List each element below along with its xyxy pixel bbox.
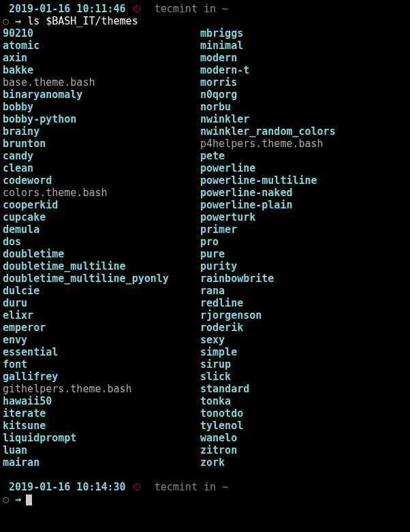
ls-entry: iterate — [3, 407, 200, 420]
ls-entry: morris — [200, 76, 336, 89]
ls-entry: p4helpers.theme.bash — [200, 138, 336, 150]
ls-entry: base.theme.bash — [3, 76, 200, 89]
prompt-line-2: 2019-01-16 10:14:30 ⏲ tecmint in ~ — [3, 481, 407, 493]
ls-entry: standard — [200, 383, 336, 395]
command-text: ls $BASH_IT/themes — [27, 15, 138, 27]
ls-entry: rana — [200, 285, 336, 297]
ls-entry: bobby-python — [3, 113, 200, 125]
ls-entry: tylenol — [200, 420, 336, 432]
ls-entry: wanelo — [200, 432, 336, 444]
ls-entry: powerline-multiline — [200, 174, 336, 187]
ls-entry: mairan — [3, 456, 200, 469]
ls-entry: primer — [200, 223, 336, 236]
ls-entry: zitron — [200, 444, 336, 456]
username: tecmint — [155, 3, 198, 15]
timestamp: 2019-01-16 10:14:30 — [9, 481, 126, 493]
ls-entry: redline — [200, 297, 336, 309]
ls-entry: kitsune — [3, 420, 200, 432]
prompt-arrow: → — [15, 15, 21, 27]
ls-entry: simple — [200, 346, 336, 358]
ls-entry: minimal — [200, 40, 336, 52]
ls-entry: powerturk — [200, 211, 336, 223]
ls-entry: elixr — [3, 309, 200, 322]
ls-entry: doubletime_multiline_pyonly — [3, 272, 200, 285]
ls-entry: 90210 — [3, 27, 200, 40]
ls-entry: tonotdo — [200, 407, 336, 420]
ls-entry: modern-t — [200, 64, 336, 76]
ls-entry: purity — [200, 260, 336, 272]
ls-entry: gallifrey — [3, 371, 200, 383]
blank-gap — [3, 469, 407, 481]
prompt-line-1: 2019-01-16 10:11:46 ⏲ tecmint in ~ — [3, 3, 407, 15]
ls-entry: axin — [3, 52, 200, 64]
ls-entry: colors.theme.bash — [3, 187, 200, 199]
ls-entry: atomic — [3, 40, 200, 52]
ls-entry: codeword — [3, 174, 200, 187]
ls-entry: pure — [200, 248, 336, 260]
ls-entry: duru — [3, 297, 200, 309]
path: ~ — [222, 3, 228, 15]
timestamp: 2019-01-16 10:11:46 — [9, 3, 126, 15]
ls-entry: modern — [200, 52, 336, 64]
ls-entry: sexy — [200, 334, 336, 346]
ls-entry: nwinkler_random_colors — [200, 125, 336, 138]
ls-entry: binaryanomaly — [3, 89, 200, 101]
ls-entry: candy — [3, 150, 200, 162]
ls-entry: essential — [3, 346, 200, 358]
ls-entry: doubletime — [3, 248, 200, 260]
ls-entry: hawaii50 — [3, 395, 200, 407]
ls-column-1: 90210atomicaxinbakkebase.theme.bashbinar… — [3, 27, 200, 469]
clock-icon: ⏲ — [132, 3, 142, 15]
in-word: in — [204, 481, 216, 493]
in-word: in — [204, 3, 216, 15]
ls-entry: n0qorg — [200, 89, 336, 101]
ls-entry: rainbowbrite — [200, 272, 336, 285]
ls-entry: powerline-plain — [200, 199, 336, 211]
ls-entry: dos — [3, 236, 200, 248]
ls-entry: pete — [200, 150, 336, 162]
ls-entry: dulcie — [3, 285, 200, 297]
ls-entry: demula — [3, 223, 200, 236]
ls-entry: githelpers.theme.bash — [3, 383, 200, 395]
ls-entry: sirup — [200, 358, 336, 371]
ls-entry: bakke — [3, 64, 200, 76]
ls-entry: brainy — [3, 125, 200, 138]
ls-entry: cooperkid — [3, 199, 200, 211]
ls-entry: bobby — [3, 101, 200, 113]
ls-entry: luan — [3, 444, 200, 456]
ls-entry: cupcake — [3, 211, 200, 223]
ls-column-2: mbriggsminimalmodernmodern-tmorrisn0qorg… — [200, 27, 336, 469]
ls-entry: zork — [200, 456, 336, 469]
prompt-circ: ○ — [3, 493, 9, 505]
path: ~ — [222, 481, 228, 493]
clock-icon: ⏲ — [132, 481, 142, 493]
ls-entry: powerline-naked — [200, 187, 336, 199]
command-line-1[interactable]: ○ → ls $BASH_IT/themes — [3, 15, 407, 27]
ls-entry: nwinkler — [200, 113, 336, 125]
ls-entry: mbriggs — [200, 27, 336, 40]
ls-entry: envy — [3, 334, 200, 346]
ls-entry: pro — [200, 236, 336, 248]
ls-entry: rjorgenson — [200, 309, 336, 322]
prompt-circ: ○ — [3, 15, 9, 27]
ls-entry: slick — [200, 371, 336, 383]
cursor — [26, 495, 32, 505]
username: tecmint — [155, 481, 198, 493]
ls-entry: tonka — [200, 395, 336, 407]
ls-entry: roderik — [200, 322, 336, 334]
ls-entry: brunton — [3, 138, 200, 150]
ls-entry: clean — [3, 162, 200, 174]
prompt-arrow: → — [15, 493, 21, 505]
ls-entry: powerline — [200, 162, 336, 174]
ls-entry: font — [3, 358, 200, 371]
ls-entry: norbu — [200, 101, 336, 113]
ls-output: 90210atomicaxinbakkebase.theme.bashbinar… — [3, 27, 407, 469]
ls-entry: emperor — [3, 322, 200, 334]
ls-entry: liquidprompt — [3, 432, 200, 444]
command-line-2[interactable]: ○ → — [3, 493, 407, 505]
ls-entry: doubletime_multiline — [3, 260, 200, 272]
